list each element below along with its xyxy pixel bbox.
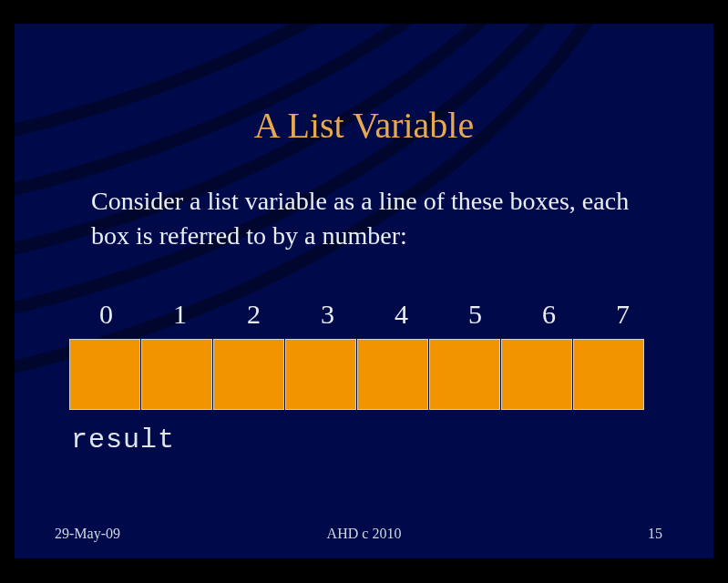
list-cell <box>573 339 644 410</box>
list-cell <box>357 339 428 410</box>
index-label: 1 <box>143 299 217 330</box>
index-label: 3 <box>291 299 364 330</box>
footer-page: 15 <box>648 526 662 542</box>
list-cell <box>213 339 284 410</box>
list-cell <box>141 339 212 410</box>
index-label: 5 <box>438 299 512 330</box>
footer-center: AHD c 2010 <box>15 526 713 542</box>
decorative-arc <box>15 24 678 295</box>
slide: A List Variable Consider a list variable… <box>15 24 713 558</box>
index-label: 4 <box>364 299 438 330</box>
list-cell <box>69 339 140 410</box>
variable-name: result <box>71 424 175 455</box>
list-cell <box>501 339 572 410</box>
list-boxes <box>69 339 660 410</box>
list-cell <box>285 339 356 410</box>
index-label: 0 <box>69 299 143 330</box>
slide-body: Consider a list variable as a line of th… <box>91 184 650 253</box>
slide-title: A List Variable <box>15 104 713 147</box>
index-label: 6 <box>512 299 586 330</box>
index-label: 7 <box>586 299 660 330</box>
decorative-arc <box>15 24 678 177</box>
index-label: 2 <box>217 299 291 330</box>
slide-frame: A List Variable Consider a list variable… <box>0 0 728 583</box>
list-cell <box>429 339 500 410</box>
index-row: 0 1 2 3 4 5 6 7 <box>69 299 660 330</box>
